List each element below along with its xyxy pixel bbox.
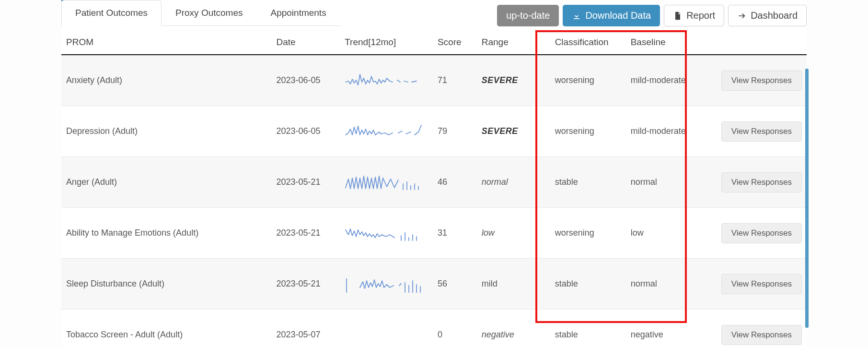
cell-classification: worsening <box>550 55 626 106</box>
cell-date: 2023-05-21 <box>271 157 340 208</box>
th-classification[interactable]: Classification <box>550 30 626 55</box>
cell-classification: stable <box>550 259 626 310</box>
svg-line-4 <box>406 132 411 134</box>
th-range[interactable]: Range <box>477 30 550 55</box>
table-wrap: PROM Date Trend[12mo] Score Range Classi… <box>61 30 807 347</box>
th-actions <box>704 30 807 55</box>
cell-baseline: low <box>626 208 704 259</box>
cell-actions: View Responses <box>704 208 807 259</box>
cell-range: low <box>477 208 550 259</box>
tab-proxy-outcomes[interactable]: Proxy Outcomes <box>162 0 256 25</box>
cell-prom: Sleep Disturbance (Adult) <box>61 259 271 310</box>
tabs: Patient Outcomes Proxy Outcomes Appointm… <box>61 0 340 26</box>
th-score[interactable]: Score <box>433 30 477 55</box>
cell-date: 2023-06-05 <box>271 55 340 106</box>
cell-prom: Ability to Manage Emotions (Adult) <box>61 208 271 259</box>
cell-baseline: normal <box>626 259 704 310</box>
vertical-scrollbar[interactable] <box>805 69 809 328</box>
sparkline-icon <box>345 169 426 192</box>
svg-line-1 <box>404 81 408 82</box>
cell-date: 2023-05-21 <box>271 259 340 310</box>
status-label: up-to-date <box>506 10 550 21</box>
sparkline-icon <box>345 271 426 294</box>
cell-baseline: negative <box>626 310 704 347</box>
table-row: Depression (Adult)2023-06-0579SEVEREwors… <box>61 106 807 157</box>
table-row: Anxiety (Adult)2023-06-0571SEVEREworseni… <box>61 55 807 106</box>
download-data-button[interactable]: Download Data <box>563 5 660 26</box>
cell-range: normal <box>477 157 550 208</box>
view-responses-button[interactable]: View Responses <box>721 223 802 243</box>
cell-range: SEVERE <box>477 106 550 157</box>
svg-line-2 <box>412 81 417 82</box>
cell-trend <box>340 259 433 310</box>
cell-actions: View Responses <box>704 55 807 106</box>
cell-baseline: mild-moderate <box>626 55 704 106</box>
tab-appointments[interactable]: Appointments <box>256 0 340 25</box>
cell-range: negative <box>477 310 550 347</box>
table-header-row: PROM Date Trend[12mo] Score Range Classi… <box>61 30 807 55</box>
cell-actions: View Responses <box>704 259 807 310</box>
cell-score: 31 <box>433 208 477 259</box>
sparkline-icon <box>345 322 426 345</box>
cell-trend <box>340 55 433 106</box>
cell-actions: View Responses <box>704 106 807 157</box>
report-label: Report <box>686 10 715 21</box>
svg-line-3 <box>398 131 402 133</box>
svg-line-0 <box>397 80 400 82</box>
cell-date: 2023-05-07 <box>271 310 340 347</box>
cell-score: 79 <box>433 106 477 157</box>
view-responses-button[interactable]: View Responses <box>721 71 802 91</box>
cell-range: SEVERE <box>477 55 550 106</box>
cell-trend <box>340 208 433 259</box>
download-label: Download Data <box>585 10 651 21</box>
svg-line-16 <box>399 284 401 286</box>
tab-patient-outcomes[interactable]: Patient Outcomes <box>61 0 162 26</box>
cell-score: 46 <box>433 157 477 208</box>
view-responses-button[interactable]: View Responses <box>721 121 802 142</box>
th-trend[interactable]: Trend[12mo] <box>340 30 433 55</box>
file-icon <box>673 11 683 21</box>
cell-trend <box>340 310 433 347</box>
cell-prom: Depression (Adult) <box>61 106 271 157</box>
dashboard-label: Dashboard <box>751 10 798 21</box>
cell-prom: Tobacco Screen - Adult (Adult) <box>61 310 271 347</box>
status-up-to-date[interactable]: up-to-date <box>497 5 559 26</box>
cell-baseline: mild-moderate <box>626 106 704 157</box>
cell-classification: worsening <box>550 208 626 259</box>
cell-classification: worsening <box>550 106 626 157</box>
sparkline-icon <box>345 68 426 91</box>
cell-classification: stable <box>550 310 626 347</box>
cell-score: 56 <box>433 259 477 310</box>
view-responses-button[interactable]: View Responses <box>721 274 802 294</box>
sparkline-icon <box>345 119 426 142</box>
cell-actions: View Responses <box>704 157 807 208</box>
th-prom[interactable]: PROM <box>61 30 271 55</box>
sparkline-icon <box>345 220 426 243</box>
cell-date: 2023-06-05 <box>271 106 340 157</box>
arrow-right-icon <box>737 11 747 21</box>
cell-range: mild <box>477 259 550 310</box>
table-row: Anger (Adult)2023-05-2146normalstablenor… <box>61 157 807 208</box>
cell-baseline: normal <box>626 157 704 208</box>
dashboard-button[interactable]: Dashboard <box>728 5 807 26</box>
th-baseline[interactable]: Baseline <box>626 30 704 55</box>
cell-score: 71 <box>433 55 477 106</box>
cell-classification: stable <box>550 157 626 208</box>
download-icon <box>572 11 581 21</box>
cell-prom: Anxiety (Adult) <box>61 55 271 106</box>
action-bar: up-to-date Download Data Report Dashboar… <box>497 0 807 26</box>
table-row: Sleep Disturbance (Adult)2023-05-2156mil… <box>61 259 807 310</box>
view-responses-button[interactable]: View Responses <box>721 325 802 345</box>
th-date[interactable]: Date <box>271 30 340 55</box>
cell-actions: View Responses <box>704 310 807 347</box>
report-button[interactable]: Report <box>664 5 724 26</box>
cell-trend <box>340 157 433 208</box>
cell-prom: Anger (Adult) <box>61 157 271 208</box>
table-row: Ability to Manage Emotions (Adult)2023-0… <box>61 208 807 259</box>
table-row: Tobacco Screen - Adult (Adult)2023-05-07… <box>61 310 807 347</box>
view-responses-button[interactable]: View Responses <box>721 172 802 192</box>
cell-date: 2023-05-21 <box>271 208 340 259</box>
cell-trend <box>340 106 433 157</box>
outcomes-table: PROM Date Trend[12mo] Score Range Classi… <box>61 30 807 347</box>
cell-score: 0 <box>433 310 477 347</box>
